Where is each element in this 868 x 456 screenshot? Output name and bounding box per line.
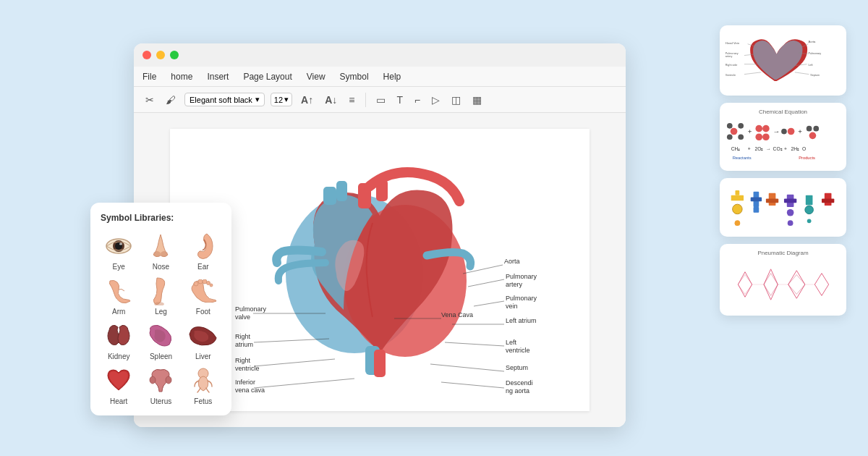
svg-rect-7 [374,350,386,377]
svg-text:artery: artery [726,55,733,58]
pneumatic-svg [726,184,841,231]
svg-text:Pulmonary: Pulmonary [808,51,821,54]
svg-rect-4 [336,181,347,201]
chemical-equation-card[interactable]: Chemical Equation + → [720,103,846,171]
svg-point-80 [755,133,762,140]
chemical-equation-title: Chemical Equation [726,109,841,115]
toolbar: ✂ 🖌 Elegant soft black ▾ 12 ▾ A↑ A↓ ≡ ▭ … [134,87,626,113]
leg-icon [146,276,175,305]
svg-point-84 [788,128,795,135]
svg-text:Head Vein: Head Vein [726,41,740,44]
svg-point-79 [762,125,770,132]
align-icon[interactable]: ≡ [346,93,357,107]
menu-insert[interactable]: Insert [207,72,229,82]
kidney-label: Kidney [108,352,130,360]
symbol-kidney[interactable]: Kidney [101,321,137,360]
symbol-foot[interactable]: Foot [185,276,221,316]
svg-text:+: + [784,146,787,151]
svg-text:Inferior: Inferior [235,379,255,386]
svg-rect-103 [751,198,762,202]
svg-line-18 [474,301,504,306]
symbol-panel-title: Symbol Libraries: [101,213,221,223]
svg-text:2O₂: 2O₂ [754,146,763,151]
transform-icon[interactable]: ⌐ [412,93,423,107]
svg-text:Left atrium: Left atrium [506,317,537,324]
menu-help[interactable]: Help [383,72,401,82]
heart-diagram: Vena Cava Aorta Pulmonary artery Pulmona… [170,129,590,411]
format-painter-icon[interactable]: 🖌 [163,93,179,107]
svg-point-43 [119,243,122,245]
svg-text:ventricle: ventricle [506,347,530,354]
svg-point-51 [210,284,213,287]
symbol-spleen[interactable]: Spleen [142,321,179,360]
menu-home[interactable]: home [171,72,192,82]
maximize-button[interactable] [170,51,179,59]
svg-text:+: + [798,127,802,135]
pointer-icon[interactable]: ▷ [429,93,443,107]
increase-font-icon[interactable]: A↑ [298,93,316,107]
minimize-button[interactable] [156,51,165,59]
svg-text:+: + [748,146,751,151]
uterus-icon [146,366,175,395]
svg-text:Right: Right [235,333,251,340]
menu-symbol[interactable]: Symbol [340,72,369,82]
geometric-diagram-content [726,259,841,310]
symbol-leg[interactable]: Leg [142,276,179,316]
symbol-liver[interactable]: Liver [185,321,221,360]
symbol-nose[interactable]: Nose [142,232,179,271]
svg-text:CH₄: CH₄ [731,146,741,151]
symbol-eye[interactable]: Eye [101,232,137,271]
canvas[interactable]: Vena Cava Aorta Pulmonary artery Pulmona… [170,129,590,411]
svg-text:vein: vein [506,303,518,310]
svg-rect-108 [784,198,796,203]
font-name: Elegant soft black [190,96,252,104]
menu-bar: File home Insert Page Layout View Symbol… [134,67,626,87]
menu-view[interactable]: View [307,72,326,82]
heart-preview-card[interactable]: Head Vein Aorta Pulmonary artery Pulmona… [720,25,846,96]
svg-point-76 [727,134,733,140]
arm-label: Arm [112,308,125,316]
symbol-arm[interactable]: Arm [101,276,137,316]
svg-rect-104 [754,207,760,213]
svg-text:Aorta: Aorta [504,258,520,265]
symbol-uterus[interactable]: Uterus [142,366,179,405]
symbol-fetus[interactable]: Fetus [185,366,221,405]
svg-text:Vena Cava: Vena Cava [441,311,473,318]
menu-file[interactable]: File [142,72,156,82]
kidney-icon [104,321,133,350]
geometric-diagram-card[interactable]: Pneumatic Diagram [720,244,846,316]
svg-point-75 [727,123,733,129]
nose-label: Nose [153,263,169,271]
right-panel: Head Vein Aorta Pulmonary artery Pulmona… [720,25,846,316]
close-button[interactable] [142,51,151,59]
table-icon[interactable]: ▦ [469,93,485,107]
svg-point-74 [738,134,744,140]
font-size-value: 12 [274,96,283,104]
symbol-grid: Eye Nose Ear [101,232,221,405]
svg-text:O: O [802,146,806,151]
svg-text:Descendi: Descendi [506,379,533,387]
symbol-heart[interactable]: Heart [101,366,137,405]
svg-text:Ventricle: Ventricle [726,74,736,77]
font-size-selector[interactable]: 12 ▾ [271,93,292,106]
font-selector[interactable]: Elegant soft black ▾ [184,93,265,106]
geometric-svg [726,258,841,311]
cut-icon[interactable]: ✂ [142,93,157,107]
decrease-font-icon[interactable]: A↓ [322,93,340,107]
layers-icon[interactable]: ◫ [448,93,464,107]
svg-line-71 [795,72,809,74]
svg-text:→: → [773,127,780,135]
text-icon[interactable]: T [394,93,407,107]
svg-point-48 [198,279,203,284]
svg-point-45 [161,251,168,257]
svg-text:artery: artery [506,281,523,288]
symbol-ear[interactable]: Ear [185,232,221,271]
menu-page-layout[interactable]: Page Layout [243,72,292,82]
svg-point-116 [807,219,812,223]
pneumatic-symbols-card[interactable] [720,178,846,237]
rectangle-icon[interactable]: ▭ [373,93,388,107]
svg-point-73 [738,123,744,129]
arm-icon [104,276,133,305]
svg-text:atrium: atrium [235,341,253,348]
ear-icon [189,232,218,261]
